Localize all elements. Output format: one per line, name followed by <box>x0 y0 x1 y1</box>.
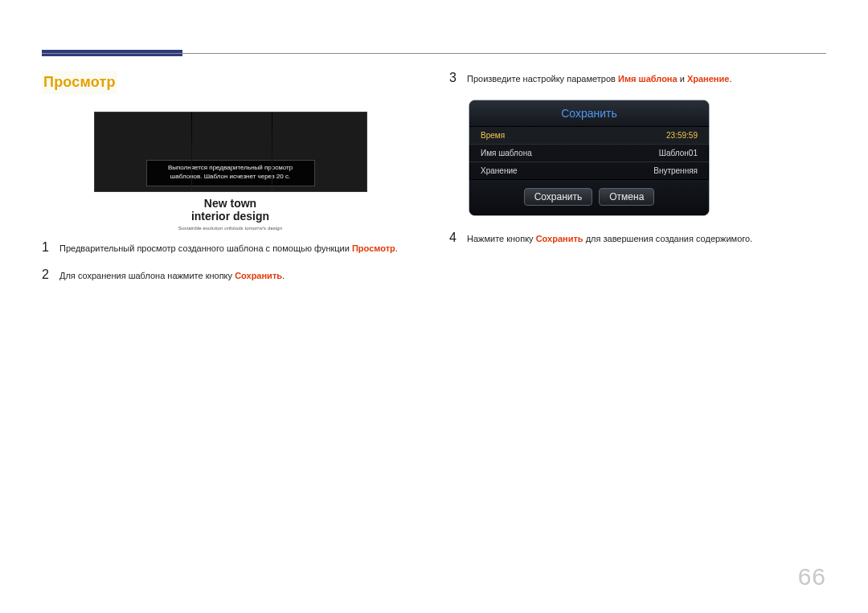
text-mid: и <box>678 74 687 84</box>
row-label: Время <box>481 131 505 140</box>
preview-caption: New town interior design Sustainble evol… <box>178 192 282 231</box>
overlay-line-2: шаблонов. Шаблон исчезнет через 20 с. <box>155 173 306 181</box>
dialog-buttons: Сохранить Отмена <box>469 179 709 215</box>
step-number: 2 <box>42 268 59 282</box>
text-highlight-2: Хранение <box>687 74 729 84</box>
row-label: Имя шаблона <box>481 149 532 157</box>
row-label: Хранение <box>481 166 518 175</box>
step-3: 3 Произведите настройку параметров Имя ш… <box>449 71 826 85</box>
overlay-line-1: Выполняется предварительный просмотр <box>155 164 306 172</box>
left-column: Просмотр Выполняется предварительный про… <box>42 71 419 295</box>
save-dialog: Сохранить Время 23:59:59 Имя шаблона Шаб… <box>469 100 710 216</box>
step-text: Предварительный просмотр созданного шабл… <box>59 243 398 255</box>
step-number: 4 <box>449 231 467 245</box>
preview-screen: Выполняется предварительный просмотр шаб… <box>94 112 367 192</box>
right-column: 3 Произведите настройку параметров Имя ш… <box>449 71 826 295</box>
caption-line-1: New town <box>178 197 282 210</box>
caption-sub: Sustainble evolution unfolods tomorrw's … <box>178 226 282 231</box>
preview-overlay-message: Выполняется предварительный просмотр шаб… <box>146 160 315 186</box>
dialog-row-time[interactable]: Время 23:59:59 <box>469 127 709 144</box>
text-post: . <box>282 271 285 280</box>
dialog-title: Сохранить <box>469 100 709 127</box>
text-pre: Предварительный просмотр созданного шабл… <box>59 243 352 253</box>
step-text: Произведите настройку параметров Имя шаб… <box>467 73 731 85</box>
text-highlight: Сохранить <box>235 271 282 280</box>
dialog-row-storage[interactable]: Хранение Внутренняя <box>469 161 709 179</box>
page-number: 66 <box>798 563 826 591</box>
text-post: . <box>395 243 398 253</box>
step-text: Нажмите кнопку Сохранить для завершения … <box>467 233 752 245</box>
header-rule <box>42 53 826 54</box>
text-pre: Для сохранения шаблона нажмите кнопку <box>59 271 235 280</box>
text-highlight-1: Имя шаблона <box>618 74 678 84</box>
text-pre: Произведите настройку параметров <box>467 74 618 84</box>
text-highlight: Сохранить <box>536 234 583 243</box>
page-content: Просмотр Выполняется предварительный про… <box>42 71 826 295</box>
step-1: 1 Предварительный просмотр созданного ша… <box>42 240 419 255</box>
caption-line-2: interior design <box>178 210 282 223</box>
text-highlight: Просмотр <box>352 243 395 253</box>
text-post: . <box>729 74 731 84</box>
step-2: 2 Для сохранения шаблона нажмите кнопку … <box>42 268 419 282</box>
text-post: для завершения создания содержимого. <box>583 234 753 243</box>
save-dialog-illustration: Сохранить Время 23:59:59 Имя шаблона Шаб… <box>469 100 826 216</box>
step-number: 3 <box>449 71 467 85</box>
step-4: 4 Нажмите кнопку Сохранить для завершени… <box>449 231 826 245</box>
save-button[interactable]: Сохранить <box>524 188 593 206</box>
left-steps: 1 Предварительный просмотр созданного ша… <box>42 240 419 282</box>
row-value: Шаблон01 <box>659 149 698 157</box>
step-number: 1 <box>42 240 59 255</box>
text-pre: Нажмите кнопку <box>467 234 536 243</box>
dialog-row-template-name[interactable]: Имя шаблона Шаблон01 <box>469 144 709 161</box>
cancel-button[interactable]: Отмена <box>599 188 654 206</box>
preview-illustration: Выполняется предварительный просмотр шаб… <box>94 112 367 231</box>
row-value: Внутренняя <box>653 166 698 175</box>
row-value: 23:59:59 <box>666 131 698 140</box>
step-text: Для сохранения шаблона нажмите кнопку Со… <box>59 270 285 282</box>
section-title-preview: Просмотр <box>42 71 117 94</box>
